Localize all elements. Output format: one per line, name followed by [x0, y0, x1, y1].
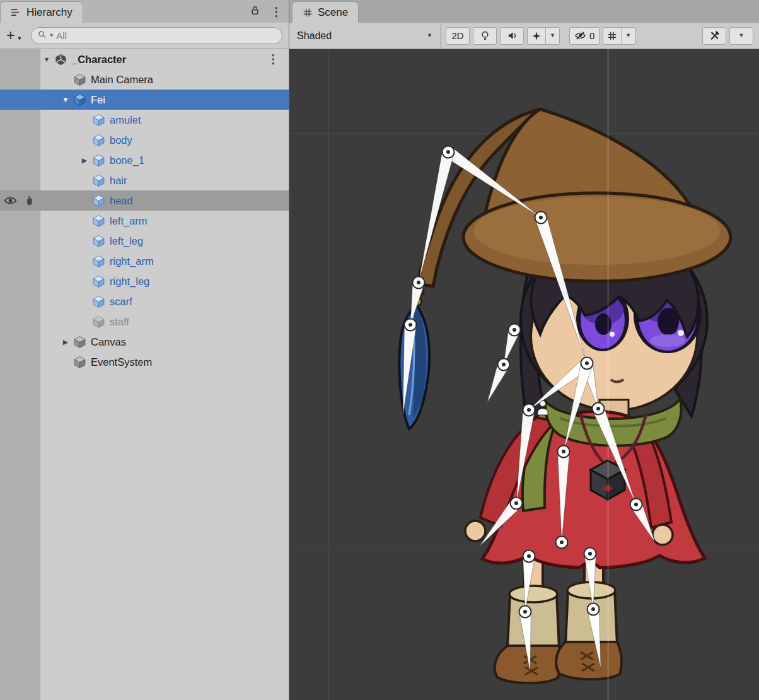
hierarchy-row-right-arm[interactable]: right_arm	[0, 251, 289, 271]
row-label: staff	[110, 316, 129, 328]
toggle-2d-button[interactable]: 2D	[446, 27, 470, 45]
gameobject-cube-icon	[73, 335, 86, 349]
scene-options-kebab-icon[interactable]: ⋮	[267, 53, 279, 65]
hierarchy-row-head[interactable]: head	[0, 190, 289, 211]
prefab-cube-icon	[73, 93, 86, 107]
row-label: Main Camera	[91, 74, 153, 86]
scene-audio-button[interactable]	[500, 27, 524, 45]
search-icon	[38, 30, 47, 42]
hierarchy-toolbar: + ▼ ▼	[0, 23, 289, 49]
scene-effects-button[interactable]: ▼	[527, 27, 560, 45]
speaker-icon	[507, 30, 518, 41]
search-filter-caret-icon: ▼	[49, 33, 54, 38]
hierarchy-panel: Hierarchy ⋮ + ▼ ▼	[0, 0, 289, 700]
hierarchy-row-main-camera[interactable]: Main Camera	[0, 69, 289, 90]
tab-hierarchy[interactable]: Hierarchy	[0, 1, 83, 23]
hierarchy-search-box[interactable]: ▼	[31, 27, 282, 44]
scene-grid-settings-button[interactable]: ▼	[603, 27, 635, 45]
hierarchy-row-canvas[interactable]: ▶ Canvas	[0, 332, 289, 352]
scene-visibility-button[interactable]: 0	[569, 27, 600, 45]
visibility-eye-icon[interactable]	[4, 195, 17, 206]
prefab-cube-icon	[92, 174, 105, 187]
shading-mode-dropdown[interactable]: Shaded ▼	[289, 23, 441, 49]
hierarchy-row-amulet[interactable]: amulet	[0, 110, 289, 130]
chevron-down-icon: ▼	[427, 33, 432, 38]
row-label: head	[110, 195, 133, 207]
component-tools-button[interactable]	[702, 27, 726, 45]
scene-grid-icon	[303, 8, 313, 18]
picking-hand-icon[interactable]	[23, 195, 36, 206]
row-label: left_arm	[110, 215, 148, 227]
prefab-cube-icon	[92, 134, 105, 147]
chevron-down-icon: ▼	[739, 33, 745, 38]
plus-icon: +	[6, 28, 14, 43]
foldout-expanded-icon[interactable]: ▼	[39, 55, 54, 63]
tools-icon	[709, 30, 720, 41]
toggle-2d-label: 2D	[451, 30, 463, 41]
search-input[interactable]	[56, 30, 275, 41]
hierarchy-row-hair[interactable]: hair	[0, 170, 289, 190]
gameobject-cube-icon	[73, 73, 86, 86]
prefab-cube-icon	[92, 194, 105, 207]
foldout-collapsed-icon[interactable]: ▶	[58, 338, 73, 346]
scene-canvas	[289, 49, 759, 700]
hierarchy-row-character[interactable]: ▼ _Character ⋮	[0, 49, 289, 69]
prefab-cube-icon	[92, 255, 105, 268]
hierarchy-row-left-leg[interactable]: left_leg	[0, 231, 289, 251]
prefab-cube-icon	[92, 235, 105, 248]
scene-viewport[interactable]	[289, 49, 759, 700]
scene-tabbar: Scene	[289, 0, 759, 23]
character-sprite[interactable]	[399, 109, 731, 683]
hierarchy-row-staff[interactable]: staff	[0, 312, 289, 332]
scene-panel: Scene Shaded ▼ 2D	[289, 0, 759, 700]
gameobject-cube-icon	[92, 315, 105, 329]
hierarchy-tree: ▼ _Character ⋮ Main Camera ▼ Fei	[0, 49, 289, 700]
row-label: EventSystem	[91, 356, 152, 368]
row-label: bone_1	[110, 155, 144, 166]
scene-lighting-button[interactable]	[473, 27, 497, 45]
row-label: Canvas	[91, 336, 126, 348]
prefab-cube-icon	[92, 214, 105, 228]
tab-scene-label: Scene	[318, 6, 348, 19]
grid-dropdown-caret-icon[interactable]: ▼	[621, 28, 635, 44]
row-label: Fei	[91, 94, 105, 106]
hierarchy-row-fei[interactable]: ▼ Fei	[0, 90, 289, 110]
tab-hierarchy-label: Hierarchy	[26, 6, 72, 19]
hierarchy-row-scarf[interactable]: scarf	[0, 291, 289, 312]
hierarchy-list-icon	[11, 8, 21, 16]
unity-editor-window: Hierarchy ⋮ + ▼ ▼	[0, 0, 759, 700]
hierarchy-row-left-arm[interactable]: left_arm	[0, 211, 289, 231]
unity-scene-icon	[54, 53, 67, 66]
grid-icon	[603, 28, 621, 44]
kebab-menu-icon[interactable]: ⋮	[270, 6, 282, 18]
add-object-button[interactable]: + ▼	[6, 28, 22, 43]
toolbar-overflow-button[interactable]: ▼	[729, 27, 753, 45]
row-label: left_leg	[110, 235, 143, 247]
row-label: body	[110, 134, 132, 146]
hierarchy-row-bone-1[interactable]: ▶ bone_1	[0, 150, 289, 170]
effects-sparkle-icon	[528, 28, 545, 44]
lock-icon[interactable]	[250, 5, 260, 18]
shading-mode-label: Shaded	[297, 30, 332, 42]
scene-name-label: _Character	[72, 54, 126, 66]
foldout-expanded-icon[interactable]: ▼	[58, 96, 73, 103]
prefab-cube-icon	[92, 114, 105, 127]
tab-scene[interactable]: Scene	[292, 1, 359, 23]
row-label: hair	[110, 175, 127, 187]
gameobject-cube-icon	[73, 356, 86, 369]
prefab-cube-icon	[92, 275, 105, 288]
hierarchy-row-right-leg[interactable]: right_leg	[0, 271, 289, 291]
scene-toolbar: Shaded ▼ 2D ▼	[289, 23, 759, 49]
prefab-cube-icon	[92, 295, 105, 308]
effects-dropdown-caret-icon[interactable]: ▼	[545, 28, 559, 44]
eye-slash-icon	[574, 30, 586, 41]
row-label: right_arm	[110, 255, 154, 267]
row-label: right_leg	[110, 276, 149, 288]
foldout-collapsed-icon[interactable]: ▶	[77, 156, 92, 165]
hierarchy-row-body[interactable]: body	[0, 130, 289, 150]
chevron-down-icon: ▼	[16, 36, 22, 42]
hierarchy-row-event-system[interactable]: EventSystem	[0, 352, 289, 372]
row-label: scarf	[110, 296, 132, 308]
hidden-count-label: 0	[589, 30, 594, 41]
lightbulb-icon	[480, 30, 490, 41]
